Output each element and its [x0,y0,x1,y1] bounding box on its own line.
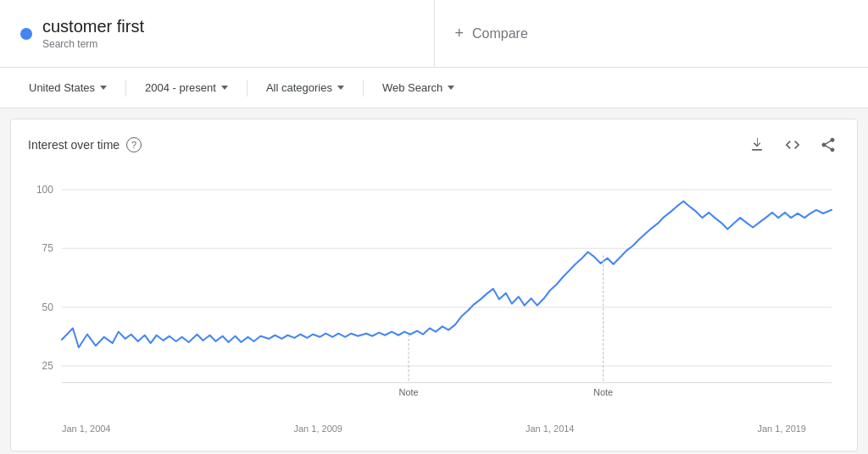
filter-divider-1 [125,80,126,97]
x-label-2004: Jan 1, 2004 [62,424,111,434]
search-bar: customer first Search term + Compare [0,0,868,68]
compare-section[interactable]: + Compare [435,0,869,67]
category-chevron-icon [337,86,344,90]
svg-text:Note: Note [398,387,418,397]
svg-text:50: 50 [42,302,54,313]
svg-text:100: 100 [36,184,53,196]
interest-chart: 100 75 50 25 Note Note [28,163,840,418]
filter-divider-3 [363,80,364,97]
time-range-label: 2004 - present [145,81,216,94]
share-button[interactable] [816,133,840,157]
region-filter[interactable]: United States [20,76,115,99]
time-range-filter[interactable]: 2004 - present [136,76,236,99]
share-icon [820,136,837,153]
download-icon [748,136,765,153]
chart-title: Interest over time [28,138,120,152]
embed-icon [784,136,801,153]
trend-line [62,201,832,347]
svg-text:75: 75 [42,242,54,254]
filter-divider-2 [247,80,248,97]
chart-section: Interest over time ? [10,119,858,451]
chart-actions [745,133,840,157]
help-icon[interactable]: ? [126,137,142,152]
term-color-dot [20,28,32,40]
search-type-chevron-icon [448,86,454,90]
search-type-filter[interactable]: Web Search [374,76,463,99]
region-chevron-icon [100,86,107,90]
svg-text:25: 25 [42,360,54,372]
x-label-2014: Jan 1, 2014 [526,424,575,434]
search-type-label: Web Search [382,81,442,94]
download-button[interactable] [745,133,769,157]
help-icon-label: ? [131,140,136,150]
embed-button[interactable] [781,133,804,157]
x-axis-labels: Jan 1, 2004 Jan 1, 2009 Jan 1, 2014 Jan … [28,420,840,434]
chart-header: Interest over time ? [28,133,840,157]
x-label-2019: Jan 1, 2019 [758,424,807,434]
chart-title-area: Interest over time ? [28,137,142,152]
search-term-label: customer first [42,17,144,36]
region-label: United States [29,81,95,94]
compare-plus: + [455,25,465,42]
chart-container: 100 75 50 25 Note Note Jan [28,163,840,434]
x-label-2009: Jan 1, 2009 [294,424,343,434]
term-info: customer first Search term [42,17,144,50]
filter-bar: United States 2004 - present All categor… [0,68,868,108]
category-filter[interactable]: All categories [258,76,353,99]
compare-label: Compare [472,26,528,42]
search-term-type: Search term [42,38,144,50]
time-range-chevron-icon [221,86,228,90]
svg-text:Note: Note [593,387,613,397]
search-term-section: customer first Search term [0,0,435,67]
category-label: All categories [266,81,332,94]
